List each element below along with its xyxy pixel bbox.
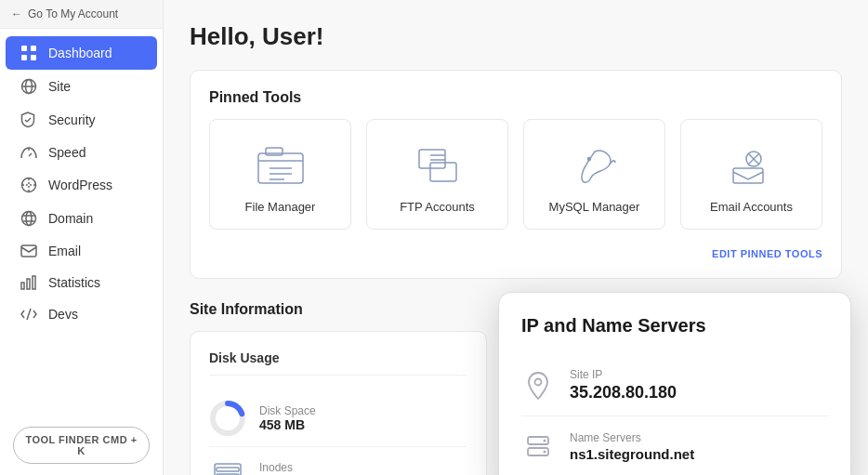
sidebar-item-domain[interactable]: Domain xyxy=(6,202,157,235)
security-icon xyxy=(20,112,39,128)
edit-pinned-tools-link[interactable]: EDIT PINNED TOOLS xyxy=(209,244,822,259)
site-label: Site xyxy=(48,79,71,94)
sidebar: ← Go To My Account Dashboard xyxy=(0,0,164,475)
site-ip-label: Site IP xyxy=(570,368,677,381)
site-ip-value: 35.208.80.180 xyxy=(570,383,677,402)
location-pin-icon xyxy=(521,369,555,402)
speed-icon xyxy=(20,146,39,159)
site-info-section: Site Information Disk Usage Disk Space 4… xyxy=(190,301,842,475)
sidebar-nav: Dashboard Site Security xyxy=(0,29,163,416)
svg-rect-17 xyxy=(33,276,35,289)
svg-rect-1 xyxy=(31,46,36,51)
sidebar-item-statistics[interactable]: Statistics xyxy=(6,267,157,298)
sidebar-item-email[interactable]: Email xyxy=(6,235,157,267)
main-content: Hello, User! Pinned Tools File Manager xyxy=(164,0,868,475)
disk-space-value: 458 MB xyxy=(259,417,316,432)
svg-line-10 xyxy=(29,153,32,156)
page-title: Hello, User! xyxy=(190,22,842,51)
domain-icon xyxy=(20,210,39,227)
mysql-manager-label: MySQL Manager xyxy=(549,200,640,214)
svg-rect-15 xyxy=(21,283,24,289)
statistics-label: Statistics xyxy=(48,275,100,290)
site-icon xyxy=(20,78,39,95)
ftp-accounts-label: FTP Accounts xyxy=(400,200,475,214)
statistics-icon xyxy=(20,275,39,290)
svg-rect-16 xyxy=(27,279,30,289)
sidebar-item-security[interactable]: Security xyxy=(6,103,157,137)
ip-popup-title: IP and Name Servers xyxy=(521,315,828,336)
pinned-tools-grid: File Manager FTP Accounts xyxy=(209,119,822,230)
disk-space-label: Disk Space xyxy=(259,404,316,417)
devs-label: Devs xyxy=(48,307,78,322)
pinned-tools-card: Pinned Tools File Manager xyxy=(190,70,842,279)
email-accounts-label: Email Accounts xyxy=(710,200,793,214)
go-to-account-label: Go To My Account xyxy=(28,7,118,20)
disk-space-info: Disk Space 458 MB xyxy=(259,404,316,432)
sidebar-item-wordpress[interactable]: WordPress xyxy=(6,168,157,202)
tool-card-email-accounts[interactable]: Email Accounts xyxy=(680,119,822,230)
svg-rect-3 xyxy=(31,55,36,60)
email-icon xyxy=(20,244,39,257)
sidebar-item-site[interactable]: Site xyxy=(6,70,157,103)
svg-rect-20 xyxy=(266,148,283,155)
svg-line-8 xyxy=(27,118,31,122)
disk-usage-title: Disk Usage xyxy=(209,350,467,376)
email-accounts-icon xyxy=(724,142,780,189)
dashboard-label: Dashboard xyxy=(48,46,112,60)
wordpress-label: WordPress xyxy=(48,178,112,192)
disk-space-chart-icon xyxy=(209,400,246,437)
dashboard-icon xyxy=(20,45,39,61)
tool-card-ftp-accounts[interactable]: FTP Accounts xyxy=(366,119,508,230)
pinned-tools-title: Pinned Tools xyxy=(209,89,822,106)
security-label: Security xyxy=(48,112,96,127)
name-servers-info: Name Servers ns1.siteground.net xyxy=(570,431,694,462)
ip-name-servers-popup: IP and Name Servers Site IP 35.208.80.18… xyxy=(498,292,851,475)
ftp-accounts-icon xyxy=(410,142,466,189)
site-ip-info: Site IP 35.208.80.180 xyxy=(570,368,677,402)
sidebar-item-dashboard[interactable]: Dashboard xyxy=(6,36,157,70)
speed-label: Speed xyxy=(48,145,85,160)
devs-icon xyxy=(20,308,39,321)
file-manager-label: File Manager xyxy=(245,200,316,214)
svg-rect-32 xyxy=(733,168,763,183)
inodes-label: Inodes xyxy=(259,461,296,474)
wordpress-icon xyxy=(20,177,39,193)
disk-space-row: Disk Space 458 MB xyxy=(209,390,467,447)
email-label: Email xyxy=(48,244,81,258)
svg-line-18 xyxy=(27,309,31,320)
svg-rect-2 xyxy=(21,55,27,60)
file-manager-icon xyxy=(253,142,309,189)
tool-finder-button[interactable]: TOOL FINDER CMD + K xyxy=(13,427,150,464)
inodes-info: Inodes 34377 xyxy=(259,461,296,475)
server-icon xyxy=(521,429,555,463)
name-servers-label: Name Servers xyxy=(570,431,694,444)
svg-rect-38 xyxy=(215,464,241,475)
svg-rect-14 xyxy=(21,245,36,257)
svg-point-42 xyxy=(544,440,546,442)
sidebar-item-speed[interactable]: Speed xyxy=(6,137,157,168)
name-server-value: ns1.siteground.net xyxy=(570,446,694,462)
tool-card-file-manager[interactable]: File Manager xyxy=(209,119,351,230)
svg-point-12 xyxy=(22,212,36,226)
sidebar-item-devs[interactable]: Devs xyxy=(6,298,157,330)
svg-point-39 xyxy=(535,378,542,385)
site-info-grid: Disk Usage Disk Space 458 MB xyxy=(190,331,842,475)
svg-point-28 xyxy=(587,158,590,161)
disk-usage-card: Disk Usage Disk Space 458 MB xyxy=(190,331,487,475)
svg-rect-0 xyxy=(21,46,27,51)
domain-label: Domain xyxy=(48,211,93,226)
site-ip-row: Site IP 35.208.80.180 xyxy=(521,355,828,416)
inodes-row: Inodes 34377 xyxy=(209,447,467,475)
svg-point-13 xyxy=(26,212,32,226)
name-servers-row: Name Servers ns1.siteground.net xyxy=(521,416,828,475)
go-to-account-link[interactable]: ← Go To My Account xyxy=(0,0,163,29)
mysql-manager-icon xyxy=(567,142,623,189)
inodes-icon xyxy=(209,456,246,475)
back-arrow-icon: ← xyxy=(11,7,22,20)
svg-rect-24 xyxy=(419,150,445,168)
svg-rect-25 xyxy=(430,163,456,181)
svg-point-43 xyxy=(544,451,546,454)
svg-rect-35 xyxy=(217,468,239,471)
tool-card-mysql-manager[interactable]: MySQL Manager xyxy=(523,119,665,230)
